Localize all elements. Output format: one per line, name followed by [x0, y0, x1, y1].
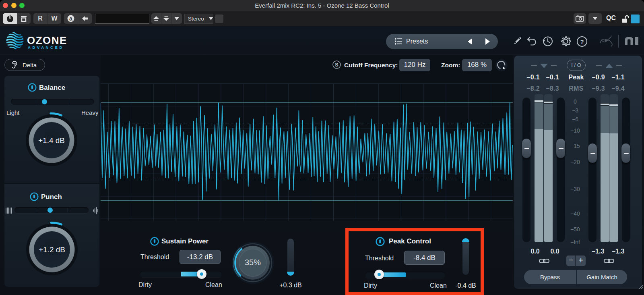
svg-text:?: ? [580, 38, 584, 45]
svg-text:S: S [335, 62, 338, 68]
svg-text:a: a [69, 15, 72, 22]
